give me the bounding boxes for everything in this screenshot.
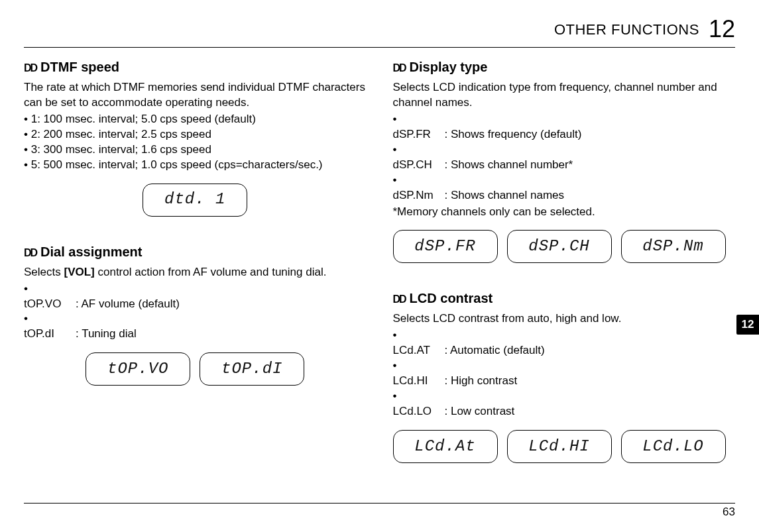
note-display-type: *Memory channels only can be selected. [393,205,736,220]
lcd-row-contrast: LCd.At LCd.HI LCd.LO [393,430,736,463]
lcd-display: dSP.FR [393,230,498,263]
option: dSP.CH: Shows channel number* [393,142,736,173]
intro-dial-assignment: Selects [VOL] control action from AF vol… [24,265,367,280]
option: LCd.AT: Automatic (default) [393,328,736,358]
options-lcd-contrast: LCd.AT: Automatic (default) LCd.HI: High… [393,328,736,419]
bullet: 3: 300 msec. interval; 1.6 cps speed [24,142,367,158]
heading-dial-assignment: DDDial assignment [24,243,367,261]
page-number: 63 [723,505,735,518]
section-dial-assignment: DDDial assignment Selects [VOL] control … [24,243,367,386]
bullet: 1: 100 msec. interval; 5.0 cps speed (de… [24,112,367,127]
option: tOP.dI: Tuning dial [24,311,367,342]
bullet: 5: 500 msec. interval; 1.0 cps speed (cp… [24,158,367,173]
heading-dtmf-speed: DDDTMF speed [24,58,367,76]
diamond-icon: DD [393,62,406,74]
option: LCd.LO: Low contrast [393,389,736,419]
options-display-type: dSP.FR: Shows frequency (default) dSP.CH… [393,112,736,203]
header-chapter-number: 12 [709,15,735,42]
lcd-row-dial: tOP.VO tOP.dI [24,352,367,386]
bullets-dtmf-speed: 1: 100 msec. interval; 5.0 cps speed (de… [24,112,367,173]
content-columns: DDDTMF speed The rate at which DTMF memo… [24,58,735,492]
diamond-icon: DD [24,62,36,74]
option: dSP.FR: Shows frequency (default) [393,112,736,142]
heading-lcd-contrast: DDLCD contrast [393,290,736,307]
lcd-display: dtd. 1 [143,184,247,217]
diamond-icon: DD [24,247,36,258]
intro-display-type: Selects LCD indication type from frequen… [393,80,736,111]
lcd-display: LCd.At [393,430,498,463]
section-dtmf-speed: DDDTMF speed The rate at which DTMF memo… [24,58,367,217]
options-dial-assignment: tOP.VO: AF volume (default) tOP.dI: Tuni… [24,282,367,343]
page-footer: 63 [24,503,735,520]
header-title: OTHER FUNCTIONS [554,21,699,38]
page: OTHER FUNCTIONS 12 DDDTMF speed The rate… [0,0,759,532]
option: LCd.HI: High contrast [393,358,736,389]
diamond-icon: DD [393,293,406,305]
intro-dtmf-speed: The rate at which DTMF memories send ind… [24,80,367,111]
option: tOP.VO: AF volume (default) [24,282,367,312]
lcd-display: dSP.Nm [621,230,726,263]
lcd-display: tOP.dI [200,352,304,386]
section-display-type: DDDisplay type Selects LCD indication ty… [393,58,736,263]
section-lcd-contrast: DDLCD contrast Selects LCD contrast from… [393,290,736,463]
page-header: OTHER FUNCTIONS 12 [24,13,735,48]
option: dSP.Nm: Shows channel names [393,173,736,203]
right-column: DDDisplay type Selects LCD indication ty… [393,58,736,492]
lcd-display: tOP.VO [86,352,190,386]
intro-lcd-contrast: Selects LCD contrast from auto, high and… [393,311,736,327]
side-tab-chapter: 12 [736,315,759,335]
lcd-row-dtmf: dtd. 1 [24,184,367,217]
lcd-display: dSP.CH [507,230,612,263]
heading-display-type: DDDisplay type [393,58,736,76]
bullet: 2: 200 msec. interval; 2.5 cps speed [24,127,367,142]
left-column: DDDTMF speed The rate at which DTMF memo… [24,58,367,492]
lcd-row-display: dSP.FR dSP.CH dSP.Nm [393,230,736,263]
lcd-display: LCd.LO [621,430,726,463]
lcd-display: LCd.HI [507,430,612,463]
